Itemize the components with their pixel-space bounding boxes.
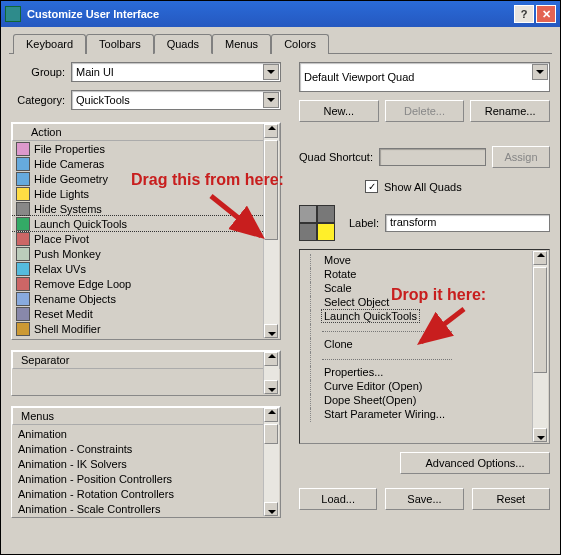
action-item[interactable]: Place Pivot [12,231,280,246]
tab-keyboard[interactable]: Keyboard [13,34,86,54]
advanced-options-button[interactable]: Advanced Options... [400,452,550,474]
scroll-up-icon[interactable] [533,251,547,265]
scroll-up-icon[interactable] [264,124,278,138]
action-item[interactable]: Shell Modifier [12,321,280,336]
action-item[interactable]: Hide Geometry [12,171,280,186]
scroll-down-icon[interactable] [264,502,278,516]
scrollbar[interactable] [532,251,548,442]
action-item[interactable]: Rename Objects [12,291,280,306]
left-column: Group: Main UI Category: QuickTools Acti… [11,62,281,518]
scrollbar[interactable] [263,408,279,516]
group-value: Main UI [76,66,114,78]
scroll-thumb[interactable] [264,424,278,444]
menu-item[interactable]: Animation - Rotation Controllers [16,486,276,501]
action-label: Push Monkey [34,248,101,260]
action-item[interactable]: Hide Systems [12,201,280,216]
reset-button[interactable]: Reset [472,488,550,510]
checkbox-icon[interactable]: ✓ [365,180,378,193]
action-item[interactable]: Remove Edge Loop [12,276,280,291]
quad-cell-tr[interactable] [317,205,335,223]
scroll-thumb[interactable] [533,267,547,373]
menu-item[interactable]: Animation [16,426,276,441]
scroll-thumb[interactable] [264,140,278,240]
delete-button[interactable]: Delete... [385,100,465,122]
tree-item[interactable]: Select Object [304,296,545,310]
category-value: QuickTools [76,94,130,106]
action-icon [16,142,30,156]
quad-shortcut-field[interactable] [379,148,486,166]
new-button[interactable]: New... [299,100,379,122]
tree-item[interactable]: Clone [304,338,545,352]
tab-menus[interactable]: Menus [212,34,271,54]
tree-item[interactable]: Properties... [304,366,545,380]
action-icon [16,157,30,171]
tree-item[interactable]: Rotate [304,268,545,282]
tree-item[interactable]: Launch QuickTools [304,310,545,324]
label-field[interactable]: transform [385,214,550,232]
quad-shortcut-label: Quad Shortcut: [299,151,373,163]
assign-button[interactable]: Assign [492,146,550,168]
action-label: Shell Modifier [34,323,101,335]
menu-item[interactable]: Animation - IK Solvers [16,456,276,471]
load-button[interactable]: Load... [299,488,377,510]
help-button[interactable]: ? [514,5,534,23]
cui-dialog: Customize User Interface ? ✕ Keyboard To… [0,0,561,555]
menus-box[interactable]: Menus AnimationAnimation - ConstraintsAn… [11,406,281,518]
action-label: Place Pivot [34,233,89,245]
scroll-down-icon[interactable] [264,324,278,338]
scroll-down-icon[interactable] [264,380,278,394]
tab-colors[interactable]: Colors [271,34,329,54]
chevron-down-icon[interactable] [532,64,548,80]
separator-box[interactable]: Separator [11,350,281,396]
tab-toolbars[interactable]: Toolbars [86,34,154,54]
tree-item[interactable]: Scale [304,282,545,296]
tree-item[interactable]: Start Parameter Wiring... [304,408,545,422]
menu-item[interactable]: Animation - Position Controllers [16,471,276,486]
action-header[interactable]: Action [12,123,280,141]
quad-color-grid[interactable] [299,205,335,241]
separator-line [322,331,452,332]
tree-item[interactable]: Curve Editor (Open) [304,380,545,394]
action-listbox[interactable]: Action File PropertiesHide CamerasHide G… [11,122,281,340]
tree-item[interactable]: Dope Sheet(Open) [304,394,545,408]
tree-separator[interactable] [304,352,545,366]
tree-item-label: Start Parameter Wiring... [322,408,447,420]
save-button[interactable]: Save... [385,488,463,510]
tree-separator[interactable] [304,324,545,338]
action-item[interactable]: Relax UVs [12,261,280,276]
tree-item[interactable]: Move [304,254,545,268]
tab-quads[interactable]: Quads [154,34,212,54]
scroll-up-icon[interactable] [264,352,278,366]
scrollbar[interactable] [263,124,279,338]
show-all-checkbox[interactable]: ✓ Show All Quads [365,180,550,193]
close-button[interactable]: ✕ [536,5,556,23]
action-item[interactable]: Reset Medit [12,306,280,321]
tree-item-label: Properties... [322,366,385,378]
tree-item-label: Curve Editor (Open) [322,380,424,392]
action-label: File Properties [34,143,105,155]
quad-cell-tl[interactable] [299,205,317,223]
menu-item[interactable]: Animation - Scale Controllers [16,501,276,516]
quad-cell-bl[interactable] [299,223,317,241]
quad-menu-tree[interactable]: MoveRotateScaleSelect ObjectLaunch Quick… [299,249,550,444]
action-item[interactable]: File Properties [12,141,280,156]
action-icon [16,202,30,216]
action-label: Hide Cameras [34,158,104,170]
chevron-down-icon[interactable] [263,92,279,108]
action-item[interactable]: Hide Cameras [12,156,280,171]
action-item[interactable]: Launch QuickTools [12,216,280,231]
action-item[interactable]: Hide Lights [12,186,280,201]
quad-select-dropdown[interactable]: Default Viewport Quad [299,62,550,92]
scroll-up-icon[interactable] [264,408,278,422]
category-dropdown[interactable]: QuickTools [71,90,281,110]
separator-line [322,359,452,360]
rename-button[interactable]: Rename... [470,100,550,122]
scroll-down-icon[interactable] [533,428,547,442]
scrollbar[interactable] [263,352,279,394]
chevron-down-icon[interactable] [263,64,279,80]
title-bar[interactable]: Customize User Interface ? ✕ [1,1,560,27]
menu-item[interactable]: Animation - Constraints [16,441,276,456]
quad-cell-br[interactable] [317,223,335,241]
action-item[interactable]: Push Monkey [12,246,280,261]
group-dropdown[interactable]: Main UI [71,62,281,82]
